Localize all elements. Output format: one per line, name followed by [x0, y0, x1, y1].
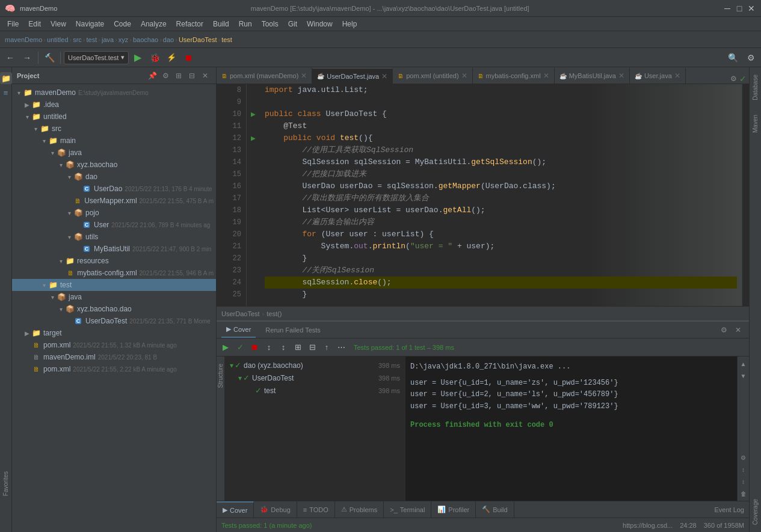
project-icon[interactable]: 📁 — [0, 72, 12, 84]
tree-pom1[interactable]: 🗎 pom.xml 2021/5/22 21:55, 1.32 kB A min… — [12, 339, 216, 351]
tree-test-folder[interactable]: ▾ 📁 test — [12, 279, 216, 291]
tab-pom-maven[interactable]: 🗎 pom.xml (mavenDemo) ✕ — [217, 68, 312, 84]
more-button[interactable]: ⋯ — [334, 341, 348, 354]
breadcrumb-test-method[interactable]: test() — [267, 310, 282, 317]
tree-resources[interactable]: ▾ 📁 resources — [12, 255, 216, 267]
check-button[interactable]: ✓ — [233, 341, 247, 354]
favorites-label[interactable]: Favorites — [2, 471, 9, 496]
btab-build[interactable]: 🔨 Build — [476, 501, 514, 518]
console-sort2-btn[interactable]: ↕ — [739, 477, 748, 486]
console-settings-btn[interactable]: ⚙ — [739, 453, 748, 462]
console-sort-btn[interactable]: ↕ — [739, 465, 748, 474]
menu-git[interactable]: Git — [283, 19, 302, 29]
nav-userdaotest[interactable]: UserDaoTest — [179, 36, 217, 43]
tab-pom-untitled[interactable]: 🗎 pom.xml (untitled) ✕ — [393, 68, 472, 84]
forward-button[interactable]: → — [19, 50, 35, 66]
collapse-all-button[interactable]: ⊟ — [306, 341, 319, 354]
btab-cover[interactable]: ▶ Cover — [217, 501, 254, 518]
console-clear-btn[interactable]: 🗑 — [739, 489, 748, 498]
tree-java[interactable]: ▾ 📦 java — [12, 147, 216, 159]
run-tests-button[interactable]: ▶ — [219, 341, 232, 354]
stop-tests-button[interactable]: ⏹ — [248, 341, 261, 354]
tree-root[interactable]: ▾ 📁 mavenDemo E:\study\java\mavenDemo — [12, 87, 216, 99]
menu-edit[interactable]: Edit — [23, 19, 46, 29]
scroll-up-button[interactable]: ▲ — [739, 359, 748, 368]
bottom-tab-cover[interactable]: ▶ Cover — [221, 322, 256, 338]
minimize-button[interactable]: ─ — [722, 4, 732, 13]
menu-refactor[interactable]: Refactor — [171, 19, 208, 29]
nav-xyz[interactable]: xyz — [119, 36, 129, 43]
run-button[interactable]: ▶ — [130, 50, 146, 66]
structure-icon[interactable]: ≡ — [0, 87, 12, 99]
tab-mybatisutil[interactable]: ☕ MyBatisUtil.java ✕ — [555, 68, 630, 84]
test-tree-test-method[interactable]: ✓ test 398 ms — [225, 384, 405, 397]
tab-close-mybatisutil[interactable]: ✕ — [618, 72, 624, 80]
test-tree-userdaotest[interactable]: ▾ ✓ UserDaoTest 398 ms — [225, 371, 405, 384]
gutter-run-12[interactable]: ▶ — [247, 132, 260, 144]
panel-expand[interactable]: ⊞ — [173, 70, 185, 82]
sort-asc-button[interactable]: ↕ — [262, 341, 276, 354]
console-output[interactable]: D:\java\jdk1.8.0_271\bin\java.exe ... us… — [405, 356, 737, 501]
tree-mybatisutil[interactable]: C MyBatisUtil 2021/5/22 21:47, 900 B 2 m… — [12, 243, 216, 255]
nav-baochao[interactable]: baochao — [133, 36, 158, 43]
btab-profiler[interactable]: 📊 Profiler — [431, 501, 476, 518]
tree-userdao[interactable]: C UserDao 2021/5/22 21:13, 176 B 4 minut… — [12, 183, 216, 195]
tree-iml[interactable]: 🗎 mavenDemo.iml 2021/5/22 20:23, 81 B — [12, 351, 216, 363]
btab-problems[interactable]: ⚠ Problems — [335, 501, 384, 518]
search-everywhere-button[interactable]: 🔍 — [725, 50, 741, 66]
tab-close-pom2[interactable]: ✕ — [461, 72, 467, 80]
settings-button[interactable]: ⚙ — [743, 50, 759, 66]
tree-utils[interactable]: ▾ 📦 utils — [12, 231, 216, 243]
tree-pom2[interactable]: 🗎 pom.xml 2021/5/22 21:55, 2.22 kB A min… — [12, 363, 216, 375]
nav-src[interactable]: src — [73, 36, 82, 43]
tree-untitled[interactable]: ▾ 📁 untitled — [12, 111, 216, 123]
menu-window[interactable]: Window — [302, 19, 337, 29]
breadcrumb-userdaotest[interactable]: UserDaoTest — [221, 310, 260, 317]
tree-dao[interactable]: ▾ 📦 dao — [12, 171, 216, 183]
menu-build[interactable]: Build — [208, 19, 234, 29]
bottom-close-button[interactable]: ✕ — [732, 324, 744, 336]
nav-test-method[interactable]: test — [221, 36, 232, 43]
test-tree-dao[interactable]: ▾ ✓ dao (xyz.baochao) 398 ms — [225, 359, 405, 371]
tree-pojo[interactable]: ▾ 📦 pojo — [12, 207, 216, 219]
tree-src[interactable]: ▾ 📁 src — [12, 123, 216, 135]
tab-close-mybatis[interactable]: ✕ — [543, 72, 549, 80]
tab-close-userdaotest[interactable]: ✕ — [381, 72, 387, 81]
maven-label[interactable]: Maven — [751, 112, 760, 135]
menu-navigate[interactable]: Navigate — [71, 19, 109, 29]
build-button[interactable]: 🔨 — [42, 50, 57, 66]
tree-usermapper[interactable]: 🗎 UserMapper.xml 2021/5/22 21:55, 475 B … — [12, 195, 216, 207]
tree-main[interactable]: ▾ 📁 main — [12, 135, 216, 147]
btab-todo[interactable]: ≡ TODO — [297, 501, 335, 518]
tree-user[interactable]: C User 2021/5/22 21:06, 789 B 4 minutes … — [12, 219, 216, 231]
menu-run[interactable]: Run — [234, 19, 257, 29]
run-config-selector[interactable]: UserDaoTest.test ▾ — [64, 51, 129, 64]
nav-dao[interactable]: dao — [163, 36, 174, 43]
bottom-tab-rerun[interactable]: Rerun Failed Tests — [260, 322, 325, 338]
gutter-run-10[interactable]: ▶ — [247, 108, 260, 120]
debug-button[interactable]: 🐞 — [147, 50, 162, 66]
menu-code[interactable]: Code — [109, 19, 136, 29]
tree-mybatis-config[interactable]: 🗎 mybatis-config.xml 2021/5/22 21:55, 94… — [12, 267, 216, 279]
tree-test-java[interactable]: ▾ 📦 java — [12, 291, 216, 303]
btab-debug[interactable]: 🐞 Debug — [254, 501, 297, 518]
code-editor[interactable]: 8 9 10 11 12 13 14 15 16 17 18 19 20 21 — [217, 84, 749, 306]
menu-tools[interactable]: Tools — [257, 19, 283, 29]
nav-test[interactable]: test — [87, 36, 97, 43]
structure-side-label[interactable]: Structure — [217, 361, 225, 391]
menu-file[interactable]: File — [2, 19, 23, 29]
bottom-settings-button[interactable]: ⚙ — [718, 324, 730, 336]
nav-untitled[interactable]: untitled — [47, 36, 68, 43]
tab-settings-button[interactable]: ⚙ — [730, 75, 737, 83]
close-button[interactable]: ✕ — [747, 4, 756, 13]
code-content[interactable]: import java.util.List; public class User… — [260, 84, 742, 306]
expand-all-button[interactable]: ⊞ — [291, 341, 304, 354]
event-log-button[interactable]: Event Log — [714, 506, 744, 513]
panel-close[interactable]: ✕ — [199, 70, 211, 82]
scroll-down-button[interactable]: ▼ — [739, 371, 748, 381]
panel-gear[interactable]: ⚙ — [159, 70, 171, 82]
tab-mybatis-config[interactable]: 🗎 mybatis-config.xml ✕ — [473, 68, 555, 84]
panel-collapse[interactable]: ⊟ — [186, 70, 198, 82]
menu-view[interactable]: View — [46, 19, 71, 29]
panel-pin[interactable]: 📌 — [146, 70, 158, 82]
